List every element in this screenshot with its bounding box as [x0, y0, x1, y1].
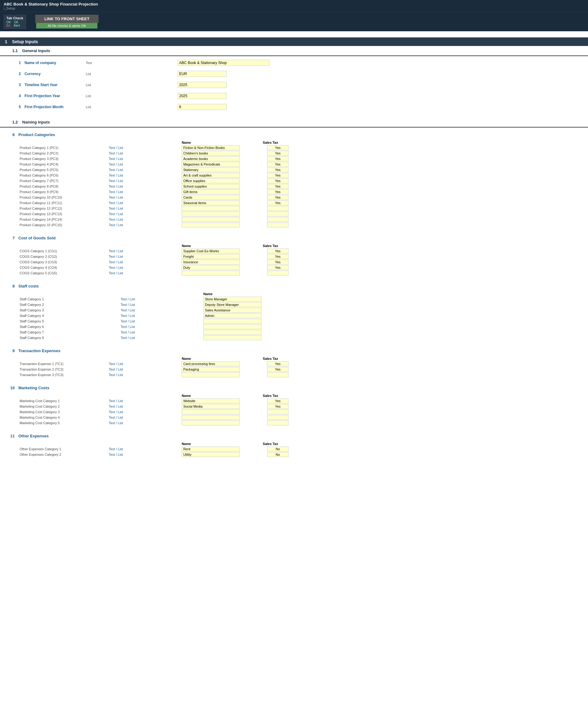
table-row: Product Category 6 (PC6)Text / List	[18, 173, 294, 178]
cat-tax-input[interactable]	[267, 452, 289, 457]
cat-name-input[interactable]	[182, 404, 240, 409]
company-name-input[interactable]	[177, 60, 270, 66]
cat-tax-input[interactable]	[267, 211, 289, 216]
row-num-5: 5	[12, 105, 24, 109]
cat-tax-input[interactable]	[267, 162, 289, 167]
cat-tax-input[interactable]	[267, 145, 289, 150]
cat-tax-input[interactable]	[267, 173, 289, 178]
tab-check-err-row: Err Alert	[6, 24, 23, 27]
table-row: Transaction Expense 3 (TC3)Text / List	[18, 372, 294, 378]
cat-tax-input[interactable]	[267, 248, 289, 254]
cat-name-input[interactable]	[203, 313, 261, 318]
link-to-front-sheet-button[interactable]: LINK TO FRONT SHEET	[35, 15, 99, 23]
cat-name-input[interactable]	[182, 211, 240, 216]
section9-num: 9	[6, 348, 18, 353]
cat-tax-input[interactable]	[267, 151, 289, 156]
cat-name-input[interactable]	[182, 195, 240, 200]
cat-tax-input[interactable]	[267, 178, 289, 183]
cat-name-input[interactable]	[182, 367, 240, 372]
cat-tax-input[interactable]	[267, 265, 289, 270]
cat-name-input[interactable]	[182, 265, 240, 270]
table-row: Staff Category 8Text / List	[18, 335, 294, 341]
cat-item-label: Marketing Cost Category 2	[18, 404, 107, 409]
cat-item-type: Text / List	[107, 367, 148, 372]
cat-item-type: Text / List	[107, 178, 148, 184]
row-num-1: 1	[12, 61, 24, 65]
cat-name-input[interactable]	[203, 308, 261, 312]
cat-name-input[interactable]	[182, 399, 240, 403]
cat-tax-input[interactable]	[267, 372, 289, 377]
cat-item-type: Text / List	[107, 398, 148, 404]
cat-item-type: Text / List	[107, 217, 148, 222]
cat-name-input[interactable]	[182, 447, 240, 451]
cat-tax-input[interactable]	[267, 189, 289, 194]
timeline-start-year-input[interactable]	[177, 82, 227, 88]
cat-tax-input[interactable]	[267, 361, 289, 366]
cat-tax-input[interactable]	[267, 223, 289, 227]
first-projection-year-input[interactable]	[177, 93, 227, 99]
cat-name-input[interactable]	[182, 421, 240, 425]
cat-name-input[interactable]	[203, 335, 261, 340]
cat-name-input[interactable]	[182, 361, 240, 366]
cat-name-input[interactable]	[182, 162, 240, 167]
cat-name-input[interactable]	[182, 151, 240, 156]
cat-name-input[interactable]	[182, 173, 240, 178]
section6-title-row: 6 Product Categories	[0, 130, 588, 139]
cat-name-input[interactable]	[182, 270, 240, 276]
cat-name-input[interactable]	[182, 200, 240, 205]
row-type-2: List	[86, 72, 117, 76]
first-projection-month-input[interactable]	[177, 104, 227, 110]
cat-item-label: Marketing Cost Category 3	[18, 409, 107, 415]
cat-tax-input[interactable]	[267, 421, 289, 425]
section6-title: Product Categories	[18, 133, 55, 137]
cat-name-input[interactable]	[182, 145, 240, 150]
currency-input[interactable]	[177, 71, 227, 77]
cat-name-input[interactable]	[182, 223, 240, 227]
cat-name-input[interactable]	[182, 260, 240, 264]
cat-name-input[interactable]	[182, 452, 240, 457]
cat-name-input[interactable]	[203, 302, 261, 307]
cat-name-input[interactable]	[182, 206, 240, 211]
cat-name-input[interactable]	[182, 248, 240, 254]
cat-name-input[interactable]	[182, 184, 240, 189]
cat-item-label: COGS Category 5 (CG5)	[18, 270, 107, 276]
table-row: Product Category 11 (PC11)Text / List	[18, 200, 294, 206]
cat-tax-input[interactable]	[267, 399, 289, 403]
cat-item-label: Marketing Cost Category 1	[18, 398, 107, 404]
cat-tax-input[interactable]	[267, 184, 289, 189]
cat-name-input[interactable]	[182, 156, 240, 161]
cat-tax-input[interactable]	[267, 200, 289, 205]
cat-name-input[interactable]	[182, 217, 240, 222]
cat-tax-input[interactable]	[267, 156, 289, 161]
cat-name-input[interactable]	[182, 372, 240, 377]
section8-num: 8	[6, 284, 18, 288]
cat-name-input[interactable]	[203, 330, 261, 335]
cat-tax-input[interactable]	[267, 415, 289, 420]
cat-name-input[interactable]	[203, 319, 261, 324]
cat-tax-input[interactable]	[267, 167, 289, 172]
cat-tax-input[interactable]	[267, 404, 289, 409]
cat-tax-input[interactable]	[267, 260, 289, 264]
row-num-3: 3	[12, 83, 24, 87]
cat-tax-input[interactable]	[267, 270, 289, 276]
row-label-company: Name of company	[24, 61, 86, 65]
cat-name-input[interactable]	[182, 167, 240, 172]
cat-tax-input[interactable]	[267, 206, 289, 211]
cat-tax-input[interactable]	[267, 217, 289, 222]
cat-tax-input[interactable]	[267, 254, 289, 259]
cat-name-input[interactable]	[182, 189, 240, 194]
cat-item-label: Product Category 8 (PC8)	[18, 184, 107, 189]
cat-tax-input[interactable]	[267, 367, 289, 372]
cat-name-input[interactable]	[182, 178, 240, 183]
cat-tax-input[interactable]	[267, 409, 289, 415]
tab-check-err: Err	[6, 24, 10, 27]
cat-item-label: COGS Category 3 (CG3)	[18, 259, 107, 265]
cat-name-input[interactable]	[203, 324, 261, 329]
cat-name-input[interactable]	[182, 254, 240, 259]
cat-item-label: Staff Category 6	[18, 324, 120, 329]
cat-tax-input[interactable]	[267, 195, 289, 200]
cat-name-input[interactable]	[182, 415, 240, 420]
cat-name-input[interactable]	[182, 409, 240, 415]
cat-name-input[interactable]	[203, 297, 261, 302]
cat-tax-input[interactable]	[267, 447, 289, 451]
